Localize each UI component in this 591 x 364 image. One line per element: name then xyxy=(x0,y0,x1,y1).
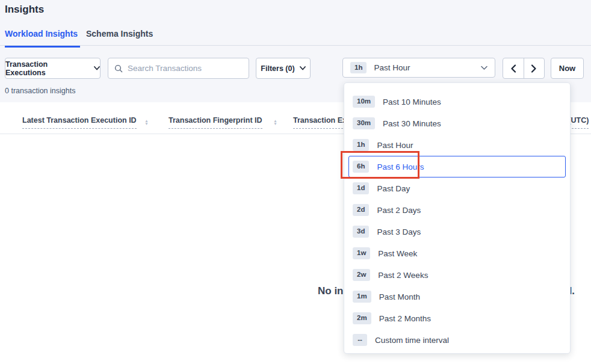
time-option-label: Past 10 Minutes xyxy=(383,97,441,106)
time-option-label: Past 30 Minutes xyxy=(383,119,441,128)
tab-bar: Workload Insights Schema Insights xyxy=(0,28,591,46)
tab-workload-insights[interactable]: Workload Insights xyxy=(5,29,78,46)
time-option-badge: 1m xyxy=(353,291,371,303)
time-range-nav-group xyxy=(503,58,545,79)
time-range-badge: 1h xyxy=(350,62,367,74)
tab-schema-insights[interactable]: Schema Insights xyxy=(86,29,153,46)
time-option-past-2-days[interactable]: 2d Past 2 Days xyxy=(348,199,566,221)
chevron-right-icon xyxy=(531,64,537,73)
transaction-type-select[interactable]: Transaction Executions xyxy=(5,58,101,79)
time-option-label: Past 2 Months xyxy=(379,314,431,323)
time-option-badge: 1h xyxy=(353,139,369,151)
time-option-label: Past 6 Hours xyxy=(377,162,424,171)
sort-icon[interactable]: ▲▼ xyxy=(273,117,278,127)
column-header-transaction-fingerprint-id[interactable]: Transaction Fingerprint ID xyxy=(169,116,262,129)
insights-count: 0 transaction insights xyxy=(5,87,75,95)
now-button[interactable]: Now xyxy=(551,58,584,79)
time-option-badge: 30m xyxy=(353,117,375,129)
transaction-type-label: Transaction Executions xyxy=(5,60,89,77)
time-option-past-10-minutes[interactable]: 10m Past 10 Minutes xyxy=(348,91,566,113)
time-option-past-week[interactable]: 1w Past Week xyxy=(348,242,566,264)
time-option-past-2-weeks[interactable]: 2w Past 2 Weeks xyxy=(348,264,566,286)
chevron-down-icon xyxy=(481,66,487,70)
time-option-badge: 2d xyxy=(353,204,369,216)
time-option-custom-time-interval[interactable]: -- Custom time interval xyxy=(348,329,566,351)
filters-label: Filters (0) xyxy=(261,64,294,73)
search-icon xyxy=(114,64,123,73)
time-option-badge: 3d xyxy=(353,226,369,238)
time-option-badge: 1d xyxy=(353,182,369,194)
search-transactions-input[interactable] xyxy=(128,64,243,73)
chevron-left-icon xyxy=(510,64,516,73)
time-range-dropdown-trigger[interactable]: 1h Past Hour xyxy=(342,58,495,78)
now-label: Now xyxy=(559,64,575,73)
time-option-past-month[interactable]: 1m Past Month xyxy=(348,286,566,307)
time-range-next-button[interactable] xyxy=(524,58,545,78)
time-option-label: Past 2 Days xyxy=(377,206,421,215)
time-range-dropdown-menu: 10m Past 10 Minutes 30m Past 30 Minutes … xyxy=(344,82,571,354)
time-option-label: Past 2 Weeks xyxy=(378,271,428,280)
time-option-label: Past Week xyxy=(378,249,417,258)
time-option-badge: 1w xyxy=(353,247,370,259)
search-transactions-box xyxy=(108,58,249,79)
time-option-label: Past Day xyxy=(377,184,410,193)
time-range-label: Past Hour xyxy=(374,63,410,72)
time-option-label: Past Hour xyxy=(377,141,413,150)
time-option-badge: 6h xyxy=(353,161,369,173)
time-option-label: Past 3 Days xyxy=(377,227,421,236)
chevron-down-icon xyxy=(94,66,100,70)
time-option-badge: -- xyxy=(353,334,367,346)
time-option-badge: 2w xyxy=(353,269,370,281)
time-option-past-2-months[interactable]: 2m Past 2 Months xyxy=(348,307,566,329)
time-option-past-day[interactable]: 1d Past Day xyxy=(348,177,566,199)
sort-icon[interactable]: ▲▼ xyxy=(144,117,149,127)
time-option-badge: 10m xyxy=(353,96,375,108)
time-option-label: Past Month xyxy=(379,292,420,301)
chevron-down-icon xyxy=(300,66,306,70)
time-option-past-3-days[interactable]: 3d Past 3 Days xyxy=(348,221,566,242)
page-title: Insights xyxy=(5,4,44,16)
time-option-past-6-hours[interactable]: 6h Past 6 Hours xyxy=(348,156,566,177)
time-option-past-30-minutes[interactable]: 30m Past 30 Minutes xyxy=(348,113,566,134)
time-option-past-hour[interactable]: 1h Past Hour xyxy=(348,134,566,156)
time-range-prev-button[interactable] xyxy=(503,58,524,78)
filters-button[interactable]: Filters (0) xyxy=(256,58,311,79)
time-option-badge: 2m xyxy=(353,312,371,324)
time-option-label: Custom time interval xyxy=(375,336,449,345)
column-header-latest-transaction-execution-id[interactable]: Latest Transaction Execution ID xyxy=(22,116,137,129)
